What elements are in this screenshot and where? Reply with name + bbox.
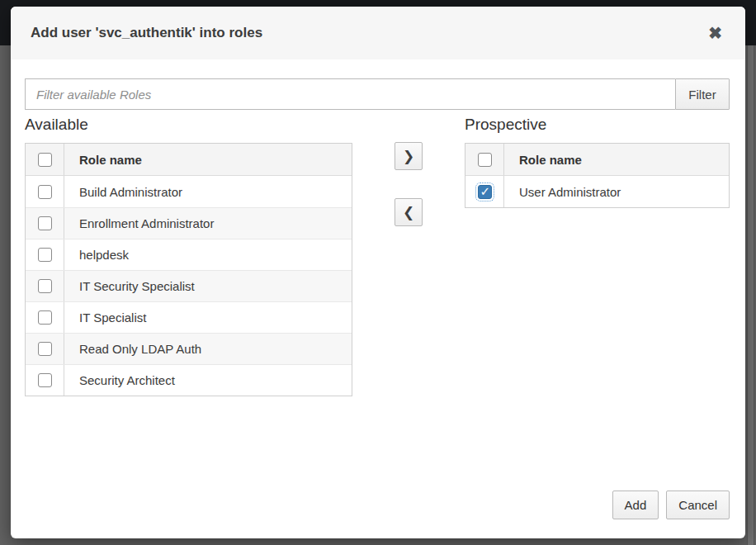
filter-input[interactable] — [25, 78, 675, 110]
table-row[interactable]: helpdesk — [26, 239, 352, 270]
role-name: Security Architect — [64, 373, 352, 387]
row-checkbox[interactable] — [38, 279, 52, 293]
dialog-footer-actions: Add Cancel — [612, 490, 730, 519]
prospective-select-all-checkbox[interactable] — [478, 153, 492, 167]
add-button[interactable]: Add — [612, 490, 659, 519]
table-row[interactable]: Enrollment Administrator — [26, 207, 352, 239]
role-name: IT Security Specialist — [64, 279, 352, 293]
add-roles-dialog: Add user 'svc_authentik' into roles ✖ Fi… — [11, 7, 745, 538]
available-select-all-checkbox[interactable] — [38, 153, 52, 167]
dialog-title: Add user 'svc_authentik' into roles — [31, 25, 262, 41]
role-name: Read Only LDAP Auth — [64, 342, 352, 356]
table-row[interactable]: User Administrator — [465, 176, 729, 207]
row-checkbox[interactable] — [38, 342, 52, 356]
table-row[interactable]: Read Only LDAP Auth — [26, 333, 352, 364]
table-row[interactable]: Build Administrator — [26, 176, 352, 207]
close-icon[interactable]: ✖ — [705, 23, 725, 43]
table-row[interactable]: Security Architect — [26, 364, 352, 396]
row-checkbox[interactable] — [38, 185, 52, 199]
role-name: helpdesk — [64, 248, 352, 262]
prospective-select-all-cell — [465, 144, 504, 175]
row-checkbox[interactable] — [38, 373, 52, 387]
role-name: Build Administrator — [64, 185, 352, 199]
available-table-header: Role name — [26, 144, 352, 176]
prospective-heading: Prospective — [465, 116, 546, 134]
move-right-button[interactable]: ❯ — [395, 142, 423, 170]
role-name: User Administrator — [504, 185, 729, 199]
prospective-table-header: Role name — [465, 144, 729, 176]
cancel-button[interactable]: Cancel — [666, 490, 730, 519]
role-name: IT Specialist — [64, 310, 352, 325]
move-left-button[interactable]: ❮ — [395, 198, 423, 226]
table-row[interactable]: IT Specialist — [26, 301, 352, 333]
dialog-body: Filter Available Prospective Role name B… — [11, 59, 745, 538]
row-checkbox[interactable] — [38, 310, 52, 325]
available-heading: Available — [25, 116, 88, 134]
prospective-roles-table: Role name User Administrator — [465, 143, 730, 208]
filter-group: Filter — [25, 78, 730, 110]
dialog-header: Add user 'svc_authentik' into roles ✖ — [11, 7, 745, 59]
prospective-column-header: Role name — [504, 153, 729, 167]
row-checkbox[interactable] — [38, 248, 52, 262]
chevron-right-icon: ❯ — [403, 149, 414, 164]
row-checkbox[interactable] — [38, 216, 52, 230]
role-name: Enrollment Administrator — [64, 216, 352, 230]
available-rows: Build Administrator Enrollment Administr… — [26, 176, 352, 396]
available-select-all-cell — [26, 144, 64, 175]
table-row[interactable]: IT Security Specialist — [26, 270, 352, 301]
available-column-header: Role name — [64, 153, 352, 167]
row-checkbox-checked[interactable] — [478, 185, 492, 199]
filter-button[interactable]: Filter — [675, 78, 730, 110]
background-scrollbar — [747, 45, 754, 545]
available-roles-table: Role name Build Administrator Enrollment… — [25, 143, 352, 396]
chevron-left-icon: ❮ — [403, 206, 414, 220]
prospective-rows: User Administrator — [465, 176, 729, 207]
